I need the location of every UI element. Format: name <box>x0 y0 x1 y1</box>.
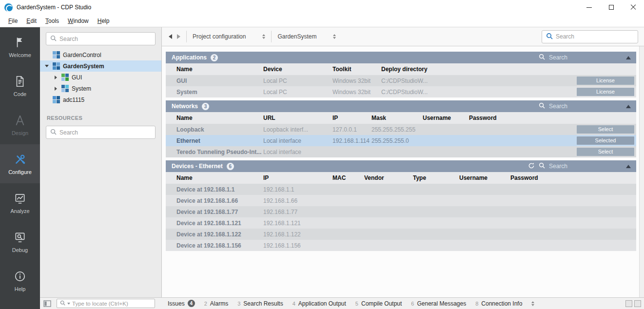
locator-input[interactable] <box>72 301 152 307</box>
selected-button[interactable]: Selected <box>577 136 634 145</box>
collapse-icon[interactable] <box>626 105 631 108</box>
table-row[interactable]: Device at 192.168.1.121 192.168.1.121 <box>166 217 636 229</box>
project-search-input[interactable] <box>59 36 151 42</box>
table-row[interactable]: System Local PC Windows 32bit C:/CDPStud… <box>166 86 636 97</box>
devices-header[interactable]: Devices - Ethernet 6 Search <box>166 160 636 172</box>
table-row[interactable]: Device at 192.168.1.156 192.168.1.156 <box>166 240 636 251</box>
chevron-down-icon[interactable] <box>45 65 49 67</box>
menu-help[interactable]: Help <box>93 16 114 26</box>
section-search-label[interactable]: Search <box>549 163 567 170</box>
sidebar-toggle-icon[interactable] <box>42 299 53 308</box>
tree-item-system[interactable]: System <box>40 83 161 94</box>
select-button[interactable]: Select <box>577 148 634 156</box>
chevron-right-icon[interactable] <box>55 87 57 91</box>
column-header: Username <box>459 174 510 181</box>
table-row-selected[interactable]: Ethernet Local interface 192.168.1.114 2… <box>166 135 636 146</box>
search-icon[interactable] <box>539 162 545 170</box>
pane-selector-arrows-icon[interactable] <box>531 301 534 306</box>
mode-debug[interactable]: Debug <box>0 222 40 261</box>
project-search[interactable] <box>46 32 156 45</box>
resources-search[interactable] <box>46 126 156 139</box>
tab-number: 4 <box>293 301 295 307</box>
cell-url: Local interface <box>263 137 332 144</box>
sort-arrows-icon[interactable] <box>333 34 336 39</box>
tree-item-label: System <box>72 85 91 92</box>
breadcrumb-project-configuration[interactable]: Project configuration <box>193 33 265 40</box>
menu-edit[interactable]: Edit <box>22 16 41 26</box>
maximize-button[interactable] <box>600 0 622 15</box>
main-search-input[interactable] <box>556 33 634 40</box>
resources-search-input[interactable] <box>59 129 151 136</box>
tab-alarms[interactable]: 2 Alarms <box>204 300 228 307</box>
section-search-label[interactable]: Search <box>549 54 567 61</box>
tree-item-gui[interactable]: GUI <box>40 72 161 83</box>
tab-general-messages[interactable]: 6 General Messages <box>411 300 466 307</box>
select-button[interactable]: Select <box>577 125 634 134</box>
application-icon <box>61 74 69 81</box>
menu-window[interactable]: Window <box>63 16 93 26</box>
table-row[interactable]: Device at 192.168.1.1 192.168.1.1 <box>166 184 636 195</box>
close-button[interactable] <box>622 0 644 15</box>
mode-configure[interactable]: Configure <box>0 144 40 183</box>
mode-label: Debug <box>12 247 28 253</box>
mode-analyze[interactable]: Analyze <box>0 183 40 222</box>
chevron-right-icon[interactable] <box>55 76 57 79</box>
networks-header[interactable]: Networks 3 Search <box>166 100 636 112</box>
panel-button[interactable] <box>625 300 632 307</box>
collapse-icon[interactable] <box>626 56 631 59</box>
section-search-label[interactable]: Search <box>549 103 567 110</box>
tree-item-gardencontrol[interactable]: GardenControl <box>40 49 161 60</box>
mode-help[interactable]: Help <box>0 261 40 300</box>
collapse-icon[interactable] <box>626 165 631 168</box>
search-icon[interactable] <box>539 54 545 61</box>
tree-item-label: GUI <box>72 74 82 81</box>
cell-ip: 192.168.1.66 <box>263 197 332 204</box>
tab-compile-output[interactable]: 5 Compile Output <box>355 300 402 307</box>
tab-label: Application Output <box>298 300 346 307</box>
table-row[interactable]: Device at 192.168.1.66 192.168.1.66 <box>166 195 636 206</box>
table-row[interactable]: GUI Local PC Windows 32bit C:/CDPStudioW… <box>166 75 636 86</box>
cell-ip: 192.168.1.156 <box>263 242 332 249</box>
applications-header[interactable]: Applications 2 Search <box>166 52 636 63</box>
menu-tools[interactable]: Tools <box>41 16 63 26</box>
column-header: Device <box>263 66 332 73</box>
locator[interactable] <box>57 299 155 308</box>
breadcrumb-gardensystem[interactable]: GardenSystem <box>277 33 336 40</box>
cell-name: GUI <box>166 77 263 84</box>
tree-item-gardensystem[interactable]: GardenSystem <box>40 60 161 72</box>
refresh-icon[interactable] <box>528 162 535 171</box>
table-row[interactable]: Device at 192.168.1.122 192.168.1.122 <box>166 229 636 240</box>
project-tree: GardenControl GardenSystem GUI System ad… <box>40 49 161 105</box>
search-icon[interactable] <box>539 102 545 110</box>
chevron-down-icon[interactable] <box>67 303 70 305</box>
menu-file[interactable]: File <box>4 16 22 26</box>
sort-arrows-icon[interactable] <box>262 34 265 39</box>
tab-label: Alarms <box>210 300 228 307</box>
tab-issues[interactable]: Issues 4 <box>168 300 195 307</box>
forward-icon[interactable] <box>177 34 180 39</box>
table-row[interactable]: Loopback Loopback interf... 127.0.0.1 25… <box>166 124 636 135</box>
main-search[interactable] <box>542 30 638 43</box>
vertical-scrollbar[interactable] <box>639 46 644 297</box>
tree-item-adc1115[interactable]: adc1115 <box>40 94 161 105</box>
table-row[interactable]: Device at 192.168.1.77 192.168.1.77 <box>166 206 636 217</box>
mode-welcome[interactable]: Welcome <box>0 27 40 66</box>
tab-connection-info[interactable]: 8 Connection Info <box>475 300 522 307</box>
column-header: Type <box>413 174 459 181</box>
cell-ip: 192.168.1.122 <box>263 231 332 238</box>
design-icon <box>14 114 26 128</box>
table-row[interactable]: Teredo Tunneling Pseudo-Int... Local int… <box>166 146 636 157</box>
mode-code[interactable]: Code <box>0 66 40 105</box>
tab-search-results[interactable]: 3 Search Results <box>237 300 283 307</box>
cell-deploy-directory: C:/CDPStudioW... <box>381 89 575 96</box>
minimize-button[interactable] <box>578 0 600 15</box>
cell-ip: 192.168.1.1 <box>263 186 332 193</box>
license-button[interactable]: License <box>577 88 634 96</box>
tab-application-output[interactable]: 4 Application Output <box>293 300 346 307</box>
cell-device: Local PC <box>263 89 332 96</box>
back-icon[interactable] <box>169 34 172 39</box>
license-button[interactable]: License <box>577 77 634 85</box>
title-bar: GardenSystem - CDP Studio <box>0 0 644 15</box>
panel-button[interactable] <box>634 300 641 307</box>
cell-mask: 255.255.255.255 <box>371 126 423 133</box>
